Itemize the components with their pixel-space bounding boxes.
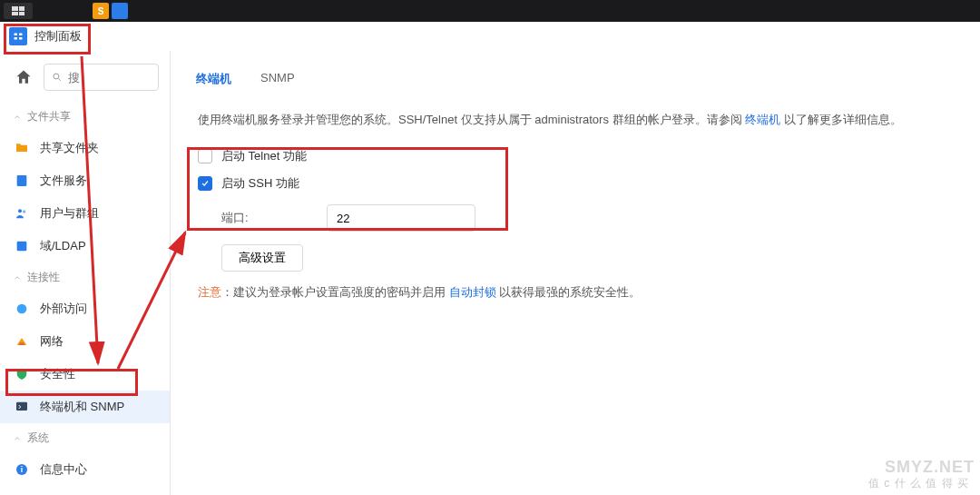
svg-line-5 xyxy=(58,78,60,80)
folder-icon xyxy=(13,139,31,157)
taskbar-app-icon-1[interactable]: S xyxy=(93,3,109,19)
sidebar-item-network[interactable]: 网络 xyxy=(0,325,170,358)
sidebar-item-label: 外部访问 xyxy=(40,301,87,317)
terminal-help-link[interactable]: 终端机 xyxy=(745,113,780,126)
sidebar-item-label: 域/LDAP xyxy=(40,238,86,254)
ssh-checkbox[interactable] xyxy=(198,176,212,191)
window-titlebar: 控制面板 xyxy=(0,22,980,51)
section-file-share[interactable]: 文件共享 xyxy=(0,102,170,132)
port-input[interactable] xyxy=(327,204,475,232)
svg-point-10 xyxy=(17,304,27,314)
sidebar-item-label: 网络 xyxy=(40,333,64,350)
ssh-option-row: 启动 SSH 功能 xyxy=(198,170,953,197)
sidebar-item-file-services[interactable]: 文件服务 xyxy=(0,164,170,197)
svg-rect-0 xyxy=(15,34,18,36)
svg-point-8 xyxy=(23,210,25,213)
svg-rect-12 xyxy=(16,402,27,411)
sidebar-item-domain-ldap[interactable]: 域/LDAP xyxy=(0,230,170,262)
svg-rect-3 xyxy=(19,37,23,40)
chevron-up-icon xyxy=(13,434,22,443)
sidebar-item-users-groups[interactable]: 用户与群组 xyxy=(0,197,170,230)
tab-terminal[interactable]: 终端机 xyxy=(194,67,233,91)
tab-bar: 终端机 SNMP xyxy=(194,67,953,92)
chevron-up-icon xyxy=(13,273,22,282)
domain-icon xyxy=(13,237,31,255)
svg-rect-11 xyxy=(19,342,24,345)
sidebar-item-login-portal[interactable]: 登录门户 xyxy=(0,486,170,495)
note-label: 注意 xyxy=(198,285,221,299)
port-label: 端口: xyxy=(221,210,312,226)
globe-icon xyxy=(13,300,31,318)
port-row: 端口: xyxy=(198,197,953,239)
sidebar-item-label: 信息中心 xyxy=(40,461,87,478)
sidebar-item-external-access[interactable]: 外部访问 xyxy=(0,292,170,325)
sidebar-item-info-center[interactable]: i 信息中心 xyxy=(0,453,170,486)
svg-text:i: i xyxy=(21,465,23,474)
chevron-up-icon xyxy=(13,113,22,122)
search-icon xyxy=(52,71,63,84)
main-panel: 终端机 SNMP 使用终端机服务登录并管理您的系统。SSH/Telnet 仅支持… xyxy=(171,51,980,495)
sidebar-item-shared-folder[interactable]: 共享文件夹 xyxy=(0,132,170,164)
watermark-brand: 值 c 什 么 值 得 买 xyxy=(868,476,969,491)
search-box[interactable] xyxy=(44,64,159,91)
terminal-icon xyxy=(13,398,31,416)
system-taskbar: S xyxy=(0,0,980,22)
sidebar-item-security[interactable]: 安全性 xyxy=(0,358,170,391)
ssh-label: 启动 SSH 功能 xyxy=(221,175,299,192)
watermark-site: SMYZ.NET xyxy=(885,458,975,477)
home-icon xyxy=(15,68,33,86)
check-icon xyxy=(201,179,210,188)
sidebar-item-label: 终端机和 SNMP xyxy=(40,399,124,415)
users-icon xyxy=(13,204,31,223)
sidebar-item-label: 用户与群组 xyxy=(40,205,99,222)
sidebar-item-label: 安全性 xyxy=(40,366,75,382)
search-input[interactable] xyxy=(68,71,151,84)
svg-rect-9 xyxy=(17,242,27,252)
apps-grid-icon xyxy=(12,6,24,15)
security-note: 注意：建议为登录帐户设置高强度的密码并启用 自动封锁 以获得最强的系统安全性。 xyxy=(198,272,953,301)
control-panel-icon xyxy=(9,27,27,45)
shield-icon xyxy=(13,365,31,383)
telnet-label: 启动 Telnet 功能 xyxy=(221,148,307,164)
info-icon: i xyxy=(13,460,31,479)
tab-snmp[interactable]: SNMP xyxy=(259,67,297,91)
terminal-description: 使用终端机服务登录并管理您的系统。SSH/Telnet 仅支持从属于 admin… xyxy=(198,110,953,130)
svg-rect-6 xyxy=(17,175,27,186)
svg-point-7 xyxy=(18,209,22,213)
svg-rect-2 xyxy=(15,37,18,40)
section-connectivity[interactable]: 连接性 xyxy=(0,262,170,292)
window-title-text: 控制面板 xyxy=(34,28,82,45)
auto-block-link[interactable]: 自动封锁 xyxy=(449,285,496,299)
network-icon xyxy=(13,332,31,351)
section-system[interactable]: 系统 xyxy=(0,423,170,453)
sidebar-item-label: 文件服务 xyxy=(40,173,87,189)
taskbar-app-icon-2[interactable] xyxy=(112,3,128,19)
telnet-option-row: 启动 Telnet 功能 xyxy=(198,143,953,170)
sidebar-item-terminal-snmp[interactable]: 终端机和 SNMP xyxy=(0,391,170,423)
home-button[interactable] xyxy=(11,64,36,90)
advanced-settings-button[interactable]: 高级设置 xyxy=(221,244,303,272)
telnet-checkbox[interactable] xyxy=(198,149,212,163)
apps-menu-button[interactable] xyxy=(4,3,33,19)
svg-point-4 xyxy=(54,74,59,79)
svg-rect-1 xyxy=(19,34,23,36)
file-services-icon xyxy=(13,172,31,190)
sidebar: 文件共享 共享文件夹 文件服务 用户与群组 域/LDAP 连接性 外部访问 xyxy=(0,51,171,495)
sidebar-item-label: 共享文件夹 xyxy=(40,140,99,156)
